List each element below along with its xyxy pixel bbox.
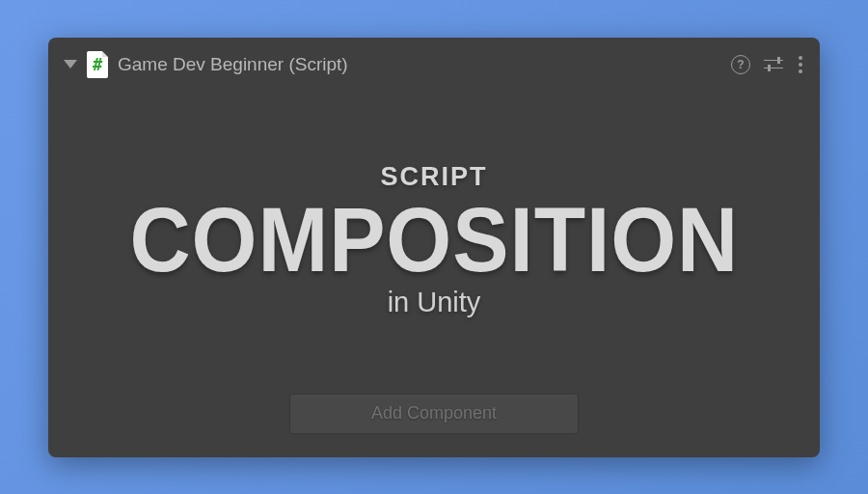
csharp-hash-icon: #	[93, 55, 102, 74]
settings-sliders-icon[interactable]	[764, 56, 783, 73]
title-main-text: COMPOSITION	[129, 196, 739, 283]
collapse-toggle-icon[interactable]	[64, 60, 77, 69]
component-title: Game Dev Beginner (Script)	[118, 54, 721, 75]
script-file-icon: #	[87, 51, 108, 78]
help-icon[interactable]: ?	[731, 55, 750, 74]
context-menu-icon[interactable]	[797, 54, 804, 75]
inspector-panel: # Game Dev Beginner (Script) ? SCRIPT CO…	[48, 38, 820, 457]
header-actions: ?	[731, 54, 804, 75]
component-header: # Game Dev Beginner (Script) ?	[48, 38, 820, 92]
add-component-button[interactable]: Add Component	[289, 394, 579, 434]
title-bottom-text: in Unity	[388, 287, 481, 318]
